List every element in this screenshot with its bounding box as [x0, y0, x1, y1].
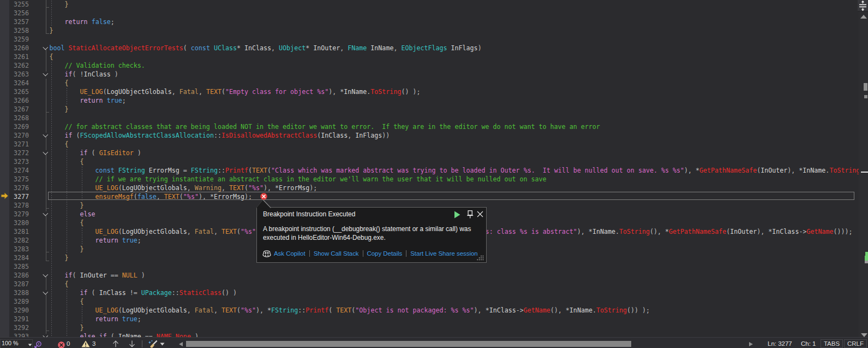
line-number: 3283 — [0, 245, 29, 253]
line-number: 3261 — [0, 52, 29, 61]
horizontal-scrollbar-thumb[interactable] — [186, 341, 631, 347]
code-editor[interactable]: 3255 }32563257 return false;3258}3259326… — [0, 0, 859, 337]
line-number: 3260 — [0, 44, 29, 52]
code-line-3258[interactable]: 3258} — [0, 26, 859, 35]
code-line-3260[interactable]: 3260bool StaticAllocateObjectErrorTests(… — [0, 44, 859, 52]
code-line-3272[interactable]: 3272 if ( GIsEditor ) — [0, 149, 859, 157]
line-number: 3282 — [0, 236, 29, 245]
column-indicator[interactable]: Ch: 1 — [801, 340, 816, 347]
line-number: 3290 — [0, 306, 29, 315]
editor-splitter-handle[interactable] — [858, 0, 868, 11]
code-text: UE_LOG(LogUObjectGlobals, Fatal, TEXT("%… — [50, 306, 650, 315]
line-number: 3266 — [0, 96, 29, 105]
fold-chevron-icon[interactable] — [43, 44, 48, 49]
scroll-up-arrow[interactable] — [860, 14, 867, 19]
line-indicator[interactable]: Ln: 3277 — [768, 340, 792, 347]
code-line-3276[interactable]: 3276 UE_LOG(LogUObjectGlobals, Warning, … — [0, 184, 859, 192]
close-icon[interactable] — [477, 211, 483, 217]
outline-region-end-tick — [46, 7, 49, 8]
code-text: } — [50, 245, 84, 253]
line-number: 3284 — [0, 253, 29, 262]
start-live-share-link[interactable]: Start Live Share session — [410, 248, 477, 259]
line-number: 3287 — [0, 280, 29, 288]
line-number: 3279 — [0, 210, 29, 219]
line-number: 3291 — [0, 315, 29, 323]
vs-editor-window: 3255 }32563257 return false;3258}3259326… — [0, 0, 868, 348]
code-line-3267[interactable]: 3267 } — [0, 105, 859, 114]
code-line-3293[interactable]: 3293 else if ( InName == NAME_None ) — [0, 332, 859, 337]
code-line-3259[interactable]: 3259 — [0, 35, 859, 44]
tabs-indicator[interactable]: TABS — [821, 339, 843, 348]
ask-copilot-link[interactable]: Ask Copilot — [274, 248, 306, 259]
code-line-3271[interactable]: 3271 { — [0, 140, 859, 149]
code-line-3268[interactable]: 3268 — [0, 114, 859, 122]
scrollbar-caret-mark — [861, 172, 868, 173]
indent-guide — [51, 9, 52, 17]
code-line-3286[interactable]: 3286 if( InOuter == NULL ) — [0, 271, 859, 280]
pin-button[interactable] — [466, 210, 474, 219]
code-text: return true; — [50, 236, 141, 245]
code-text: { — [50, 140, 69, 149]
outline-line — [46, 79, 46, 133]
code-line-3269[interactable]: 3269 // for abstract classes that are be… — [0, 122, 859, 131]
continue-button[interactable] — [454, 211, 460, 219]
code-line-3290[interactable]: 3290 UE_LOG(LogUObjectGlobals, Fatal, TE… — [0, 306, 859, 315]
code-line-3255[interactable]: 3255 } — [0, 0, 859, 9]
fold-chevron-icon[interactable] — [43, 272, 48, 276]
code-line-3275[interactable]: 3275 // if we are trying instantiate an … — [0, 175, 859, 184]
code-line-3285[interactable]: 3285 — [0, 262, 859, 271]
popup-message: A breakpoint instruction (__debugbreak()… — [263, 225, 471, 242]
code-text: else if ( InName == NAME_None ) — [50, 332, 199, 337]
code-line-3261[interactable]: 3261{ — [0, 52, 859, 61]
code-line-3291[interactable]: 3291 return true; — [0, 315, 859, 323]
code-text: // for abstract classes that are being l… — [50, 122, 600, 131]
scroll-left-arrow[interactable] — [178, 341, 183, 347]
outline-region-end-tick — [46, 33, 49, 34]
code-text: } — [50, 26, 53, 35]
code-line-3263[interactable]: 3263 if( !InClass ) — [0, 70, 859, 79]
code-line-3273[interactable]: 3273 { — [0, 157, 859, 166]
code-line-3256[interactable]: 3256 — [0, 9, 859, 17]
code-text: return true; — [50, 96, 126, 105]
line-number: 3259 — [0, 35, 29, 44]
chevron-down-icon[interactable] — [160, 343, 165, 346]
code-line-3265[interactable]: 3265 UE_LOG(LogUObjectGlobals, Fatal, TE… — [0, 87, 859, 96]
code-line-3264[interactable]: 3264 { — [0, 79, 859, 87]
scrollbar-change-mark — [865, 252, 868, 256]
code-text: } — [50, 201, 84, 210]
resize-grip[interactable] — [475, 255, 484, 261]
scroll-right-arrow[interactable] — [749, 341, 753, 347]
previous-issue-arrow-icon[interactable] — [112, 340, 119, 347]
outline-line — [46, 155, 46, 211]
code-text: } — [50, 323, 84, 332]
code-cleanup-broom-icon[interactable] — [148, 340, 158, 348]
link-separator — [309, 250, 310, 257]
document-health-icon[interactable] — [34, 341, 42, 348]
next-issue-arrow-icon[interactable] — [129, 340, 135, 347]
line-number: 3270 — [0, 131, 29, 140]
code-line-3266[interactable]: 3266 return true; — [0, 96, 859, 105]
editor-status-bar: 100 % 0 3 — [0, 337, 868, 348]
warning-count-icon[interactable] — [81, 340, 90, 347]
error-count: 0 — [67, 340, 70, 347]
code-line-3257[interactable]: 3257 return false; — [0, 17, 859, 26]
outline-line — [46, 294, 46, 334]
show-call-stack-link[interactable]: Show Call Stack — [314, 248, 359, 259]
code-line-3270[interactable]: 3270 if (FScopedAllowAbstractClassAlloca… — [0, 131, 859, 140]
zoom-control[interactable]: 100 % — [0, 339, 33, 348]
outline-region-end-tick — [46, 331, 49, 331]
copy-details-link[interactable]: Copy Details — [367, 248, 403, 259]
code-line-3274[interactable]: 3274 const FString ErrorMsg = FString::P… — [0, 166, 859, 175]
copilot-icon — [262, 250, 271, 258]
code-line-3288[interactable]: 3288 if ( InClass != UPackage::StaticCla… — [0, 288, 859, 297]
code-text: if( InOuter == NULL ) — [50, 271, 145, 280]
code-line-3262[interactable]: 3262 // Validation checks. — [0, 61, 859, 70]
line-number: 3293 — [0, 332, 29, 337]
code-line-3289[interactable]: 3289 { — [0, 297, 859, 306]
vertical-scrollbar[interactable] — [859, 0, 868, 337]
error-count-icon[interactable] — [58, 341, 65, 348]
code-line-3292[interactable]: 3292 } — [0, 323, 859, 332]
code-line-3287[interactable]: 3287 { — [0, 280, 859, 288]
eol-indicator[interactable]: CRLF — [844, 339, 867, 348]
outline-region-end-tick — [46, 208, 49, 209]
